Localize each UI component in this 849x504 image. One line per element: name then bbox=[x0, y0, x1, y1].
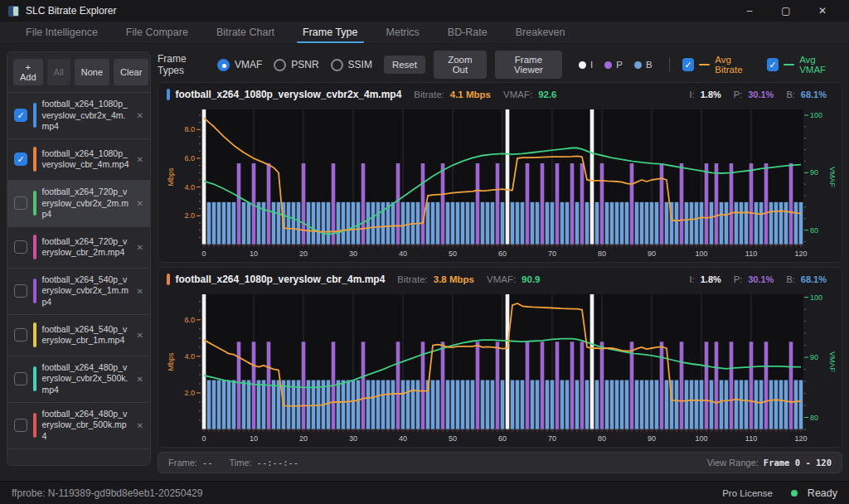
radio-ssim[interactable]: SSIM bbox=[331, 59, 372, 71]
tab-bar: File Intelligence File Compare Bitrate C… bbox=[0, 22, 849, 44]
file-color-chip bbox=[33, 191, 36, 216]
svg-text:10: 10 bbox=[250, 250, 258, 258]
file-checkbox[interactable]: ✓ bbox=[14, 328, 27, 342]
svg-text:110: 110 bbox=[745, 250, 757, 258]
svg-text:0: 0 bbox=[201, 434, 206, 443]
reset-button[interactable]: Reset bbox=[384, 56, 425, 74]
avg-vmaf-toggle[interactable]: ✓ Avg VMAF bbox=[767, 55, 837, 75]
radio-circle bbox=[217, 59, 230, 71]
remove-file-icon[interactable]: ✕ bbox=[135, 153, 145, 166]
legend-b-frames[interactable]: B bbox=[634, 60, 653, 70]
tab-breakeven[interactable]: Breakeven bbox=[502, 22, 580, 43]
file-list-item[interactable]: ✓ football_x264_540p_veryslow_cvbr2x_1m.… bbox=[7, 269, 150, 315]
b-frame-dot bbox=[634, 61, 642, 69]
select-none-button[interactable]: None bbox=[75, 59, 109, 85]
file-list: ✓ football_x264_1080p_veryslow_cvbr2x_4m… bbox=[7, 92, 150, 465]
file-checkbox[interactable]: ✓ bbox=[14, 372, 27, 385]
file-checkbox[interactable]: ✓ bbox=[14, 284, 27, 298]
svg-text:120: 120 bbox=[794, 250, 807, 258]
radio-psnr[interactable]: PSNR bbox=[274, 59, 318, 71]
radio-label: VMAF bbox=[235, 59, 262, 70]
avg-vmaf-checkbox[interactable]: ✓ bbox=[767, 58, 778, 71]
file-color-chip bbox=[33, 103, 36, 128]
remove-file-icon[interactable]: ✕ bbox=[135, 285, 145, 298]
avg-bitrate-checkbox[interactable]: ✓ bbox=[682, 58, 693, 71]
file-checkbox[interactable]: ✓ bbox=[14, 419, 27, 432]
frame-value: -- bbox=[202, 458, 213, 468]
clear-files-button[interactable]: Clear bbox=[114, 59, 148, 85]
bitrate-stat-value: 4.1 Mbps bbox=[450, 90, 491, 99]
svg-text:70: 70 bbox=[548, 434, 556, 443]
frame-type-chart[interactable]: 01020304050607080901001101202.04.06.08.0… bbox=[165, 104, 835, 262]
file-checkbox[interactable]: ✓ bbox=[14, 153, 27, 166]
main-content: + Add All None Clear ✓ football_x264_108… bbox=[0, 44, 849, 481]
file-list-item[interactable]: ✓ football_x264_540p_veryslow_cbr_1m.mp4… bbox=[7, 315, 150, 356]
svg-text:20: 20 bbox=[299, 434, 308, 443]
zoom-out-button[interactable]: Zoom Out bbox=[434, 51, 487, 79]
legend-i-frames[interactable]: I bbox=[579, 60, 593, 70]
svg-text:10: 10 bbox=[250, 434, 258, 443]
svg-text:90: 90 bbox=[810, 168, 818, 177]
svg-text:50: 50 bbox=[449, 250, 457, 258]
file-name: football_x264_540p_veryslow_cvbr2x_1m.mp… bbox=[42, 274, 129, 308]
file-list-item[interactable]: ✓ football_x264_1080p_veryslow_cbr_4m.mp… bbox=[7, 139, 150, 181]
file-color-chip bbox=[33, 235, 36, 259]
legend-label: B bbox=[646, 60, 653, 70]
select-all-button[interactable]: All bbox=[47, 59, 70, 85]
remove-file-icon[interactable]: ✕ bbox=[135, 241, 145, 254]
file-checkbox[interactable]: ✓ bbox=[14, 240, 27, 254]
minimize-button[interactable]: – bbox=[731, 0, 768, 22]
chart-color-chip bbox=[167, 89, 170, 100]
frame-type-chart[interactable]: 01020304050607080901001101202.04.06.0Mbp… bbox=[165, 289, 835, 447]
file-sidebar: + Add All None Clear ✓ football_x264_108… bbox=[7, 51, 151, 466]
legend-label: I bbox=[590, 60, 593, 70]
tab-file-compare[interactable]: File Compare bbox=[112, 22, 202, 43]
legend-p-frames[interactable]: P bbox=[604, 60, 623, 70]
chart-file-title: football_x264_1080p_veryslow_cbr_4m.mp4 bbox=[176, 274, 386, 285]
tab-file-intelligence[interactable]: File Intelligence bbox=[12, 22, 112, 43]
p-pct-value: 30.1% bbox=[748, 90, 774, 99]
view-range-value: Frame 0 - 120 bbox=[764, 458, 832, 468]
svg-text:30: 30 bbox=[349, 250, 357, 258]
check-icon: ✓ bbox=[17, 110, 24, 121]
svg-text:100: 100 bbox=[695, 434, 707, 443]
file-checkbox[interactable]: ✓ bbox=[14, 196, 27, 210]
remove-file-icon[interactable]: ✕ bbox=[135, 373, 145, 385]
avg-bitrate-toggle[interactable]: ✓ Avg Bitrate bbox=[682, 55, 754, 75]
file-name: football_x264_480p_veryslow_cbr_500k.mp4 bbox=[42, 409, 129, 443]
y-axis-mbps: 2.04.06.0Mbps bbox=[167, 302, 201, 420]
file-checkbox[interactable]: ✓ bbox=[14, 109, 27, 122]
remove-file-icon[interactable]: ✕ bbox=[135, 419, 145, 432]
close-button[interactable]: ✕ bbox=[804, 0, 841, 22]
tab-bd-rate[interactable]: BD-Rate bbox=[434, 22, 502, 43]
maximize-button[interactable]: ▢ bbox=[768, 0, 804, 22]
y-axis-mbps: 2.04.06.08.0Mbps bbox=[167, 115, 201, 237]
svg-text:0: 0 bbox=[201, 250, 206, 258]
tab-frame-type[interactable]: Frame Type bbox=[289, 22, 371, 43]
file-color-chip bbox=[33, 322, 36, 347]
svg-text:60: 60 bbox=[498, 250, 507, 258]
ffprobe-version: ffprobe: N-119389-gd9bd8e9eb1-20250429 bbox=[12, 487, 202, 499]
x-axis: 0102030405060708090100110120 bbox=[201, 245, 808, 258]
tab-metrics[interactable]: Metrics bbox=[372, 22, 434, 43]
frame-label: Frame: bbox=[168, 458, 197, 468]
svg-text:100: 100 bbox=[810, 111, 822, 119]
radio-vmaf[interactable]: VMAF bbox=[217, 59, 262, 71]
svg-text:Mbps: Mbps bbox=[167, 167, 175, 187]
svg-text:6.0: 6.0 bbox=[184, 154, 195, 162]
vmaf-line-swatch bbox=[784, 64, 794, 66]
add-file-button[interactable]: + Add bbox=[13, 59, 43, 85]
file-list-item[interactable]: ✓ football_x264_480p_veryslow_cbr_500k.m… bbox=[7, 403, 150, 449]
frame-viewer-button[interactable]: Frame Viewer bbox=[495, 51, 562, 79]
chart-color-chip bbox=[167, 274, 170, 285]
remove-file-icon[interactable]: ✕ bbox=[135, 329, 145, 342]
remove-file-icon[interactable]: ✕ bbox=[135, 197, 145, 210]
view-range-label: View Range: bbox=[707, 458, 759, 468]
file-list-item[interactable]: ✓ football_x264_720p_veryslow_cbr_2m.mp4… bbox=[7, 227, 150, 269]
file-list-item[interactable]: ✓ football_x264_1080p_veryslow_cvbr2x_4m… bbox=[7, 93, 150, 139]
svg-text:80: 80 bbox=[598, 434, 606, 443]
tab-bitrate-chart[interactable]: Bitrate Chart bbox=[202, 22, 289, 43]
file-list-item[interactable]: ✓ football_x264_480p_veryslow_cvbr2x_500… bbox=[7, 356, 150, 403]
file-list-item[interactable]: ✓ football_x264_720p_veryslow_cvbr2x_2m.… bbox=[7, 181, 150, 227]
remove-file-icon[interactable]: ✕ bbox=[135, 109, 145, 122]
